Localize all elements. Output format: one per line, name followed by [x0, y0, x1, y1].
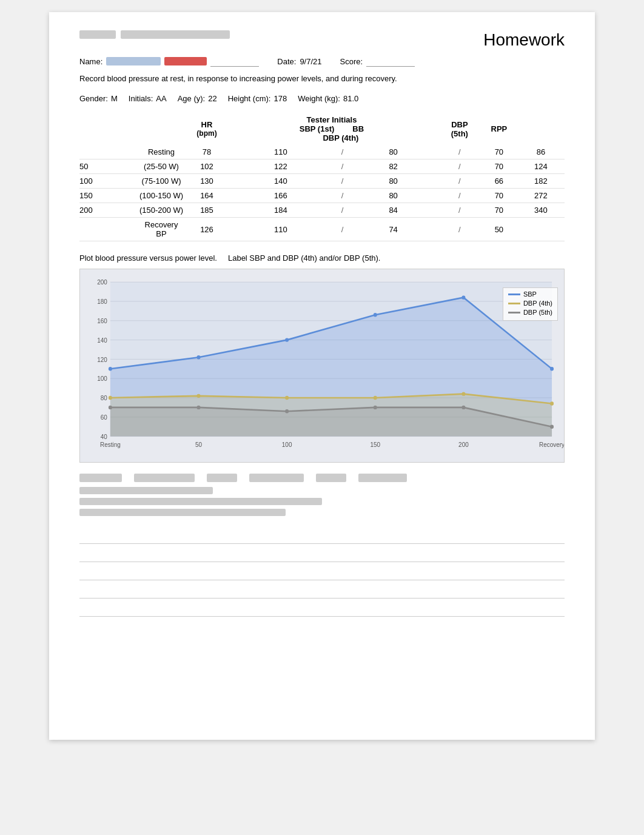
- sbp-label: SBP (1st): [300, 124, 335, 133]
- legend-item: SBP: [508, 290, 552, 298]
- cell-power: [79, 218, 134, 241]
- svg-point-41: [197, 406, 201, 409]
- slash-2: /: [438, 203, 481, 218]
- blurred-5: [316, 474, 346, 482]
- dbp4-label: DBP (4th): [323, 133, 358, 143]
- cell-rpp: 86: [517, 145, 565, 159]
- cell-power: 50: [79, 159, 134, 174]
- blurred-2: [134, 474, 195, 482]
- cell-rpp: 124: [517, 159, 565, 174]
- cell-sbp: 110: [225, 145, 337, 159]
- answer-line-4[interactable]: [79, 583, 565, 599]
- weight-value: 81.0: [343, 94, 358, 103]
- svg-text:150: 150: [370, 441, 380, 448]
- col-power-header: [79, 113, 134, 145]
- cell-hr: 102: [189, 159, 225, 174]
- cell-hr: 185: [189, 203, 225, 218]
- svg-point-45: [550, 425, 554, 429]
- svg-point-31: [550, 367, 554, 371]
- svg-point-38: [550, 401, 554, 405]
- cell-power: 200: [79, 203, 134, 218]
- cell-dbp5: 50: [481, 218, 517, 241]
- gender-label: Gender:: [79, 94, 108, 103]
- legend-item: DBP (4th): [508, 300, 552, 307]
- col-dbp5-header: DBP (5th): [438, 113, 481, 145]
- answer-line-2[interactable]: [79, 546, 565, 562]
- name-field-group: Name:: [79, 56, 259, 67]
- slash-1: /: [337, 189, 349, 203]
- course-info: [79, 30, 230, 39]
- slash-1: /: [337, 218, 349, 241]
- date-field-group: Date: 9/7/21: [277, 57, 321, 66]
- cell-sbp: 122: [225, 159, 337, 174]
- svg-point-35: [285, 396, 289, 400]
- cell-sbp: 110: [225, 218, 337, 241]
- bb-label: BB: [352, 124, 364, 133]
- slash-2: /: [438, 218, 481, 241]
- cell-power: 100: [79, 174, 134, 189]
- svg-text:160: 160: [97, 318, 107, 324]
- table-row: 100(75-100 W)130140/80/66182: [79, 174, 565, 189]
- slash-1: /: [337, 174, 349, 189]
- blurred-1: [79, 474, 122, 482]
- cell-range: Recovery BP: [134, 218, 189, 241]
- col-hr-label: HR: [193, 120, 220, 129]
- date-label: Date:: [277, 57, 296, 66]
- svg-text:80: 80: [101, 395, 107, 401]
- cell-range: (100-150 W): [134, 189, 189, 203]
- slash-1: /: [337, 145, 349, 159]
- cell-sbp: 166: [225, 189, 337, 203]
- blurred-4: [249, 474, 304, 482]
- data-table: HR (bpm) Tester Initials SBP (1st) BB DB…: [79, 113, 565, 241]
- plot-text: Plot blood pressure versus power level.: [79, 253, 217, 263]
- subject-info: Gender: M Initials: AA Age (y): 22 Heigh…: [79, 94, 565, 103]
- slash-1: /: [337, 159, 349, 174]
- svg-text:140: 140: [97, 337, 107, 344]
- svg-point-33: [109, 396, 112, 400]
- table-row: Recovery BP126110/74/50: [79, 218, 565, 241]
- blurred-line-3: [79, 509, 286, 516]
- answer-line-5[interactable]: [79, 601, 565, 617]
- chart-svg: 406080100120140160180200Resting501001502…: [80, 269, 564, 462]
- cell-dbp4: 74: [348, 218, 438, 241]
- cell-dbp4: 82: [348, 159, 438, 174]
- cell-rpp: [517, 218, 565, 241]
- legend-color-swatch: [508, 293, 520, 295]
- cell-power: [79, 145, 134, 159]
- svg-text:Resting: Resting: [100, 441, 121, 448]
- answer-line-3[interactable]: [79, 565, 565, 580]
- blurred-3: [207, 474, 237, 482]
- height-item: Height (cm): 178: [228, 94, 287, 103]
- cell-dbp5: 70: [481, 159, 517, 174]
- col-hr-header: HR (bpm): [189, 113, 225, 145]
- blurred-6: [358, 474, 407, 482]
- score-field[interactable]: [366, 56, 415, 67]
- header-left: [79, 30, 230, 40]
- table-row: Resting78110/80/7086: [79, 145, 565, 159]
- svg-point-27: [197, 355, 201, 359]
- height-label: Height (cm):: [228, 94, 271, 103]
- cell-range: (25-50 W): [134, 159, 189, 174]
- page-title: Homework: [483, 30, 565, 50]
- course-number: [79, 30, 116, 39]
- slash-2: /: [438, 174, 481, 189]
- page: Homework Name: Date: 9/7/21 Score: Recor…: [49, 12, 595, 740]
- answer-line-1[interactable]: [79, 528, 565, 544]
- score-label: Score:: [340, 57, 363, 66]
- svg-text:100: 100: [97, 375, 107, 382]
- gender-value: M: [111, 94, 118, 103]
- legend-color-swatch: [508, 303, 520, 304]
- score-field-group: Score:: [340, 56, 415, 67]
- age-item: Age (y): 22: [178, 94, 217, 103]
- svg-text:Recovery: Recovery: [539, 441, 564, 448]
- cell-dbp5: 70: [481, 145, 517, 159]
- chart-container: 406080100120140160180200Resting501001502…: [79, 269, 565, 463]
- answer-lines: [79, 528, 565, 617]
- course-name: [121, 30, 230, 39]
- slash-2: /: [438, 145, 481, 159]
- bottom-row-1: [79, 474, 565, 482]
- svg-text:50: 50: [195, 441, 202, 448]
- name-label: Name:: [79, 57, 102, 66]
- cell-dbp4: 80: [348, 145, 438, 159]
- cell-dbp5: 66: [481, 174, 517, 189]
